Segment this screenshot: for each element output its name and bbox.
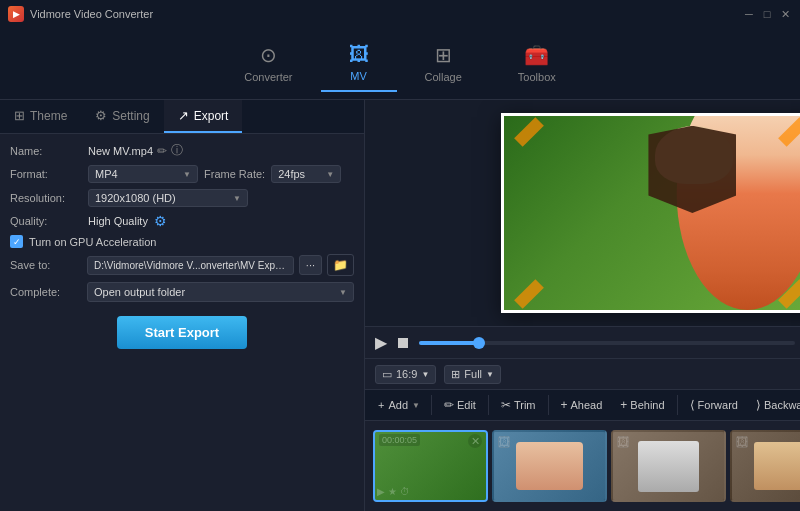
nav-item-mv[interactable]: 🖼 MV	[321, 35, 397, 92]
fps-dropdown-arrow: ▼	[326, 170, 334, 179]
tab-setting[interactable]: ⚙ Setting	[81, 100, 163, 133]
edit-button[interactable]: ✏ Edit	[436, 394, 484, 416]
quality-value: High Quality	[88, 215, 148, 227]
clip-item[interactable]: 🖼	[492, 430, 607, 502]
timeline: 00:00:05 ✕ ▶ ★ ⏱ 🖼	[365, 421, 800, 511]
quality-settings-button[interactable]: ⚙	[154, 213, 167, 229]
resolution-select[interactable]: 1920x1080 (HD) ▼	[88, 189, 248, 207]
clip-item[interactable]: 00:00:05 ✕ ▶ ★ ⏱	[373, 430, 488, 502]
behind-button[interactable]: + Behind	[612, 394, 672, 416]
complete-row: Complete: Open output folder ▼	[10, 282, 354, 302]
tab-theme[interactable]: ⊞ Theme	[0, 100, 81, 133]
add-icon: +	[378, 399, 384, 411]
backward-icon: ⟩	[756, 398, 761, 412]
trim-button[interactable]: ✂ Trim	[493, 394, 544, 416]
clip-item[interactable]: 🖼	[611, 430, 726, 502]
complete-select[interactable]: Open output folder ▼	[87, 282, 354, 302]
edit-icon[interactable]: ✏	[157, 144, 167, 158]
theme-icon: ⊞	[14, 108, 25, 123]
ahead-icon: +	[561, 398, 568, 412]
tab-export[interactable]: ↗ Export	[164, 100, 243, 133]
fit-icon: ⊞	[451, 368, 460, 381]
divider-3	[548, 395, 549, 415]
forward-icon: ⟨	[690, 398, 695, 412]
name-value-group: New MV.mp4 ✏ ⓘ	[88, 142, 183, 159]
resolution-value: 1920x1080 (HD)	[95, 192, 176, 204]
tab-theme-label: Theme	[30, 109, 67, 123]
forward-button[interactable]: ⟨ Forward	[682, 394, 746, 416]
add-label: Add	[388, 399, 408, 411]
backward-button[interactable]: ⟩ Backward	[748, 394, 800, 416]
add-dropdown-arrow: ▼	[412, 401, 420, 410]
clip-item[interactable]: 🖼	[730, 430, 800, 502]
behind-icon: +	[620, 398, 627, 412]
start-export-button[interactable]: Start Export	[117, 316, 247, 349]
progress-thumb	[473, 337, 485, 349]
gpu-label: Turn on GPU Acceleration	[29, 236, 156, 248]
nav-item-collage[interactable]: ⊞ Collage	[397, 35, 490, 93]
path-ellipsis-button[interactable]: ···	[299, 255, 322, 275]
controls-row: ▭ 16:9 ▼ ⊞ Full ▼ Start Export	[365, 358, 800, 389]
format-row: Format: MP4 ▼ Frame Rate: 24fps ▼	[10, 165, 354, 183]
format-dropdown-arrow: ▼	[183, 170, 191, 179]
backward-label: Backward	[764, 399, 800, 411]
app-icon: ▶	[8, 6, 24, 22]
toolbox-icon: 🧰	[524, 43, 549, 67]
tab-setting-label: Setting	[112, 109, 149, 123]
ratio-select[interactable]: ▭ 16:9 ▼	[375, 365, 436, 384]
frame-rate-label: Frame Rate:	[204, 168, 265, 180]
complete-dropdown-arrow: ▼	[339, 288, 347, 297]
complete-label: Complete:	[10, 286, 82, 298]
setting-icon: ⚙	[95, 108, 107, 123]
frame-rate-value: 24fps	[278, 168, 305, 180]
window-controls[interactable]: ─ □ ✕	[742, 7, 792, 21]
divider-4	[677, 395, 678, 415]
mv-icon: 🖼	[349, 43, 369, 66]
save-path-display: D:\Vidmore\Vidmore V...onverter\MV Expor…	[87, 256, 294, 275]
save-to-label: Save to:	[10, 259, 82, 271]
toolbar: + Add ▼ ✏ Edit ✂ Trim + Ahead + Behind	[365, 389, 800, 421]
minimize-button[interactable]: ─	[742, 7, 756, 21]
format-value: MP4	[95, 168, 118, 180]
timeline-wrapper: 1 / 4 00:00:05 ✕ ▶ ★ ⏱ 🖼	[365, 421, 800, 511]
nav-item-toolbox[interactable]: 🧰 Toolbox	[490, 35, 584, 93]
ratio-dropdown-arrow: ▼	[421, 370, 429, 379]
fit-value: Full	[464, 368, 482, 380]
close-button[interactable]: ✕	[778, 7, 792, 21]
frame-rate-select[interactable]: 24fps ▼	[271, 165, 341, 183]
tab-export-label: Export	[194, 109, 229, 123]
right-panel: ▶ ⏹ 00:00:03.23/00:00:20.00 🔊 ▭ 16:9 ▼ ⊞…	[365, 100, 800, 511]
title-bar: ▶ Vidmore Video Converter ─ □ ✕	[0, 0, 800, 28]
preview-area	[365, 100, 800, 326]
format-select[interactable]: MP4 ▼	[88, 165, 198, 183]
export-icon: ↗	[178, 108, 189, 123]
fit-dropdown-arrow: ▼	[486, 370, 494, 379]
trim-icon: ✂	[501, 398, 511, 412]
gpu-checkbox[interactable]: ✓	[10, 235, 23, 248]
add-button[interactable]: + Add ▼	[371, 396, 427, 414]
resolution-row: Resolution: 1920x1080 (HD) ▼	[10, 189, 354, 207]
edit-icon: ✏	[444, 398, 454, 412]
name-value: New MV.mp4	[88, 145, 153, 157]
main-layout: ⊞ Theme ⚙ Setting ↗ Export Name: New MV.…	[0, 100, 800, 511]
app-title: Vidmore Video Converter	[30, 8, 153, 20]
converter-label: Converter	[244, 71, 292, 83]
left-panel: ⊞ Theme ⚙ Setting ↗ Export Name: New MV.…	[0, 100, 365, 511]
format-label: Format:	[10, 168, 82, 180]
resolution-label: Resolution:	[10, 192, 82, 204]
edit-label: Edit	[457, 399, 476, 411]
gpu-row: ✓ Turn on GPU Acceleration	[10, 235, 354, 248]
info-icon[interactable]: ⓘ	[171, 142, 183, 159]
maximize-button[interactable]: □	[760, 7, 774, 21]
collage-label: Collage	[425, 71, 462, 83]
nav-item-converter[interactable]: ⊙ Converter	[216, 35, 320, 93]
progress-bar[interactable]	[419, 341, 795, 345]
play-button[interactable]: ▶	[375, 333, 387, 352]
ahead-button[interactable]: + Ahead	[553, 394, 611, 416]
ratio-value: 16:9	[396, 368, 417, 380]
fit-select[interactable]: ⊞ Full ▼	[444, 365, 501, 384]
open-folder-button[interactable]: 📁	[327, 254, 354, 276]
toolbox-label: Toolbox	[518, 71, 556, 83]
divider-1	[431, 395, 432, 415]
stop-button[interactable]: ⏹	[395, 334, 411, 352]
